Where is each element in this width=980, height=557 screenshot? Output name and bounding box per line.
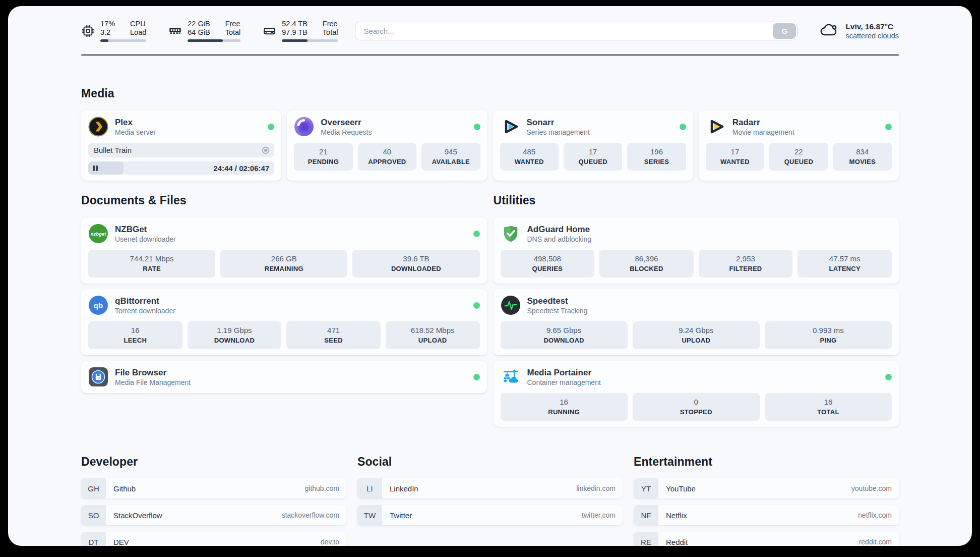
service-card-plex[interactable]: Plex Media server Bullet Train 24:44 / 0… <box>81 110 281 181</box>
bookmark-reddit[interactable]: RE Reddit reddit.com <box>634 532 899 546</box>
disk-free-value: 52.4 TB <box>282 20 308 28</box>
now-playing-title: Bullet Train <box>94 146 132 154</box>
service-card-radarr[interactable]: Radarr Movie management 17 WANTED 22 QUE… <box>699 110 899 181</box>
stat-block: 86,396 BLOCKED <box>599 250 694 277</box>
stat-block: 9.24 Gbps UPLOAD <box>633 321 760 349</box>
stat-block: 21 PENDING <box>294 143 352 171</box>
card-header: qb qBittorrent Torrent downloader <box>88 295 480 315</box>
status-dot <box>473 231 480 237</box>
bookmark-abbr: GH <box>81 478 106 498</box>
stat-block: 618.52 Mbps UPLOAD <box>386 321 480 349</box>
disk-progress-bar <box>282 39 338 42</box>
section-heading-social: Social <box>357 455 623 469</box>
bookmark-group-developer: Developer GH Github github.com SO StackO… <box>81 455 346 546</box>
service-description: Usenet downloader <box>115 235 176 244</box>
service-card-filebrowser[interactable]: File Browser Media File Management <box>81 361 487 393</box>
top-bar: 17% 3.2 CPU Load <box>81 18 899 43</box>
bookmark-name: Netflix <box>666 511 687 520</box>
service-card-nzbget[interactable]: nzbget NZBGet Usenet downloader 744.21 M… <box>81 217 487 284</box>
stat-row: 16 RUNNING 0 STOPPED 16 TOTAL <box>501 393 892 421</box>
memory-label-bottom: Total <box>225 28 241 37</box>
bookmark-name: StackOverflow <box>113 511 162 520</box>
disk-label-bottom: Total <box>323 28 338 37</box>
bookmark-url: linkedin.com <box>576 484 616 492</box>
bookmark-url: stackoverflow.com <box>282 511 339 519</box>
stat-block: 16 TOTAL <box>765 393 892 421</box>
stat-block: 9.65 Gbps DOWNLOAD <box>501 321 628 349</box>
service-name: AdGuard Home <box>527 224 592 235</box>
card-header: Plex Media server <box>88 117 274 137</box>
portainer-icon <box>501 367 521 387</box>
now-playing-row: Bullet Train <box>88 143 274 157</box>
section-heading-documents: Documents & Files <box>81 194 487 207</box>
memory-total-value: 64 GiB <box>188 28 210 37</box>
disk-label-top: Free <box>323 20 338 28</box>
service-card-portainer[interactable]: Media Portainer Container management 16 … <box>494 361 899 427</box>
nzbget-icon: nzbget <box>88 224 108 244</box>
search-input[interactable] <box>355 22 798 40</box>
service-description: Media server <box>115 128 156 137</box>
bookmark-stackoverflow[interactable]: SO StackOverflow stackoverflow.com <box>81 505 346 525</box>
cpu-label-top: CPU <box>130 20 146 28</box>
disk-stat: 52.4 TB 97.9 TB Free Total <box>263 20 338 42</box>
service-description: Speedtest Tracking <box>527 306 588 315</box>
bookmark-name: Github <box>113 484 136 493</box>
bookmark-twitter[interactable]: TW Twitter twitter.com <box>357 505 623 525</box>
status-dot <box>473 374 480 380</box>
card-header: AdGuard Home DNS and adblocking <box>501 224 892 244</box>
stat-block: 1.19 Gbps DOWNLOAD <box>188 321 282 349</box>
bookmark-github[interactable]: GH Github github.com <box>81 478 346 498</box>
search-engine-button[interactable]: G <box>773 23 796 39</box>
service-card-sonarr[interactable]: Sonarr Series management 485 WANTED 17 Q… <box>493 110 693 181</box>
service-card-adguard[interactable]: AdGuard Home DNS and adblocking 498,508 … <box>494 217 899 284</box>
card-header: nzbget NZBGet Usenet downloader <box>88 224 480 244</box>
utilities-column: Utilities AdGuard Home <box>494 194 899 427</box>
bookmark-group-entertainment: Entertainment YT YouTube youtube.com NF … <box>634 455 899 546</box>
service-name: Overseerr <box>321 117 372 128</box>
section-heading-entertainment: Entertainment <box>634 455 899 469</box>
topbar-divider <box>81 54 899 55</box>
service-name: Media Portainer <box>527 367 601 378</box>
memory-progress-bar <box>188 39 240 42</box>
service-name: Sonarr <box>527 117 590 128</box>
bookmark-url: dev.to <box>321 538 339 546</box>
service-name: Speedtest <box>527 296 588 306</box>
service-description: Series management <box>527 128 590 137</box>
stat-block: 47.57 ms LATENCY <box>798 250 892 277</box>
bookmarks-grid: Developer GH Github github.com SO StackO… <box>81 455 899 546</box>
memory-stat: 22 GiB 64 GiB Free Total <box>168 20 240 42</box>
adguard-icon <box>501 224 521 244</box>
weather-location-temp: Lviv, 16.87°C <box>845 22 899 31</box>
cloud-icon <box>819 22 839 40</box>
service-name: Plex <box>115 117 156 128</box>
bookmark-url: reddit.com <box>859 538 892 546</box>
cpu-label-bottom: Load <box>130 28 146 37</box>
stat-block: 266 GB REMAINING <box>220 250 347 277</box>
card-header: Media Portainer Container management <box>501 367 892 387</box>
documents-column: Documents & Files nzbget NZBGet U <box>81 194 487 427</box>
cpu-usage-value: 17% <box>100 20 115 28</box>
stat-block: 498,508 QUERIES <box>501 250 595 277</box>
stat-row: 21 PENDING 40 APPROVED 945 AVAILABLE <box>294 143 480 171</box>
service-description: Container management <box>527 378 601 387</box>
bookmark-name: DEV <box>113 538 129 546</box>
bookmark-netflix[interactable]: NF Netflix netflix.com <box>634 505 899 525</box>
search-bar: G <box>355 22 798 40</box>
stat-block: 39.6 TB DOWNLOADED <box>352 250 479 277</box>
service-card-overseerr[interactable]: Overseerr Media Requests 21 PENDING 40 A… <box>287 110 487 181</box>
bookmark-linkedin[interactable]: LI LinkedIn linkedin.com <box>357 478 623 498</box>
service-card-speedtest[interactable]: Speedtest Speedtest Tracking 9.65 Gbps D… <box>494 289 899 355</box>
stat-block: 196 SERIES <box>627 143 686 171</box>
disk-icon <box>263 24 276 38</box>
pause-icon <box>93 165 98 171</box>
bookmark-youtube[interactable]: YT YouTube youtube.com <box>634 478 899 498</box>
bookmark-abbr: NF <box>634 505 658 525</box>
service-card-qbittorrent[interactable]: qb qBittorrent Torrent downloader 16 LEE… <box>81 289 487 355</box>
bookmark-abbr: LI <box>357 478 382 498</box>
stat-block: 16 LEECH <box>88 321 182 349</box>
service-name: File Browser <box>115 367 191 378</box>
bookmark-dev[interactable]: DT DEV dev.to <box>81 532 346 546</box>
bookmark-abbr: SO <box>81 505 106 525</box>
memory-free-value: 22 GiB <box>188 20 210 28</box>
bookmark-abbr: YT <box>634 478 658 498</box>
